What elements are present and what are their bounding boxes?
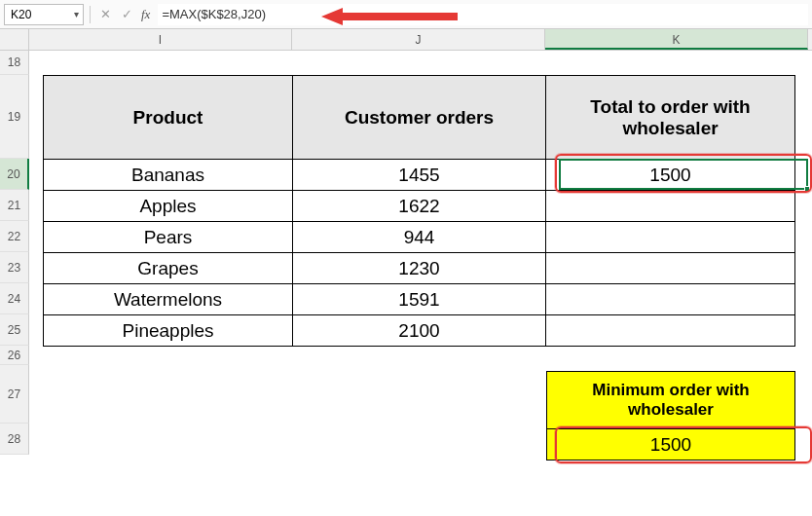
- header-total[interactable]: Total to order with wholesaler: [546, 76, 795, 160]
- table-row: Pears 944: [44, 222, 795, 253]
- cell-product[interactable]: Bananas: [44, 160, 293, 191]
- row-header-24[interactable]: 24: [0, 283, 29, 314]
- cell-total[interactable]: [546, 253, 795, 284]
- row-header-23[interactable]: 23: [0, 252, 29, 283]
- table-row: Apples 1622: [44, 191, 795, 222]
- row-headers: 18 19 20 21 22 23 24 25 26 27 28: [0, 51, 29, 455]
- column-header-K[interactable]: K: [545, 29, 808, 50]
- cell-orders[interactable]: 1455: [293, 160, 546, 191]
- cell-orders[interactable]: 1230: [293, 253, 546, 284]
- cell-orders[interactable]: 944: [293, 222, 546, 253]
- cell-product[interactable]: Pears: [44, 222, 293, 253]
- cell-product[interactable]: Pineapples: [44, 315, 293, 347]
- name-box-value: K20: [11, 8, 31, 21]
- cell-total[interactable]: [546, 191, 795, 222]
- row-header-20[interactable]: 20: [0, 159, 29, 190]
- cells-area[interactable]: Product Customer orders Total to order w…: [29, 51, 812, 455]
- formula-text: =MAX($K$28,J20): [162, 7, 266, 21]
- column-header-J[interactable]: J: [292, 29, 545, 50]
- row-header-27[interactable]: 27: [0, 365, 29, 424]
- cell-product[interactable]: Watermelons: [44, 284, 293, 315]
- cell-total[interactable]: [546, 315, 795, 347]
- formula-bar: K20 ▾ ✕ ✓ fx =MAX($K$28,J20): [0, 0, 812, 29]
- row-header-28[interactable]: 28: [0, 424, 29, 455]
- table-row: Bananas 1455 1500: [44, 160, 795, 191]
- wholesaler-value[interactable]: 1500: [546, 429, 795, 461]
- cell-product[interactable]: Apples: [44, 191, 293, 222]
- cell-orders[interactable]: 1591: [293, 284, 546, 315]
- column-header-I[interactable]: I: [29, 29, 292, 50]
- header-product[interactable]: Product: [44, 76, 293, 160]
- separator: [90, 6, 91, 23]
- row-header-22[interactable]: 22: [0, 221, 29, 252]
- row-header-25[interactable]: 25: [0, 314, 29, 346]
- table-row: Watermelons 1591: [44, 284, 795, 315]
- grid-body: 18 19 20 21 22 23 24 25 26 27 28 Product…: [0, 51, 812, 455]
- cell-total[interactable]: [546, 222, 795, 253]
- formula-input[interactable]: =MAX($K$28,J20): [158, 4, 808, 25]
- name-box[interactable]: K20 ▾: [4, 4, 84, 25]
- row-header-26[interactable]: 26: [0, 346, 29, 365]
- select-all-corner[interactable]: [0, 29, 29, 50]
- cell-total[interactable]: [546, 284, 795, 315]
- cancel-formula-button[interactable]: ✕: [96, 5, 114, 24]
- cell-total[interactable]: 1500: [546, 160, 795, 191]
- column-headers: I J K: [0, 29, 812, 51]
- cell-product[interactable]: Grapes: [44, 253, 293, 284]
- chevron-down-icon[interactable]: ▾: [74, 9, 79, 19]
- row-header-21[interactable]: 21: [0, 190, 29, 221]
- header-orders[interactable]: Customer orders: [293, 76, 546, 160]
- cell-orders[interactable]: 1622: [293, 191, 546, 222]
- table-header-row: Product Customer orders Total to order w…: [44, 76, 795, 160]
- fx-icon[interactable]: fx: [141, 7, 150, 22]
- wholesaler-box: Minimum order with wholesaler 1500: [546, 371, 795, 461]
- row-header-18[interactable]: 18: [0, 51, 29, 75]
- row-header-19[interactable]: 19: [0, 75, 29, 159]
- wholesaler-label[interactable]: Minimum order with wholesaler: [546, 371, 795, 429]
- cell-orders[interactable]: 2100: [293, 315, 546, 347]
- accept-formula-button[interactable]: ✓: [118, 5, 135, 24]
- data-table: Product Customer orders Total to order w…: [43, 75, 795, 347]
- table-row: Grapes 1230: [44, 253, 795, 284]
- fill-handle-icon[interactable]: [804, 186, 810, 192]
- table-row: Pineapples 2100: [44, 315, 795, 347]
